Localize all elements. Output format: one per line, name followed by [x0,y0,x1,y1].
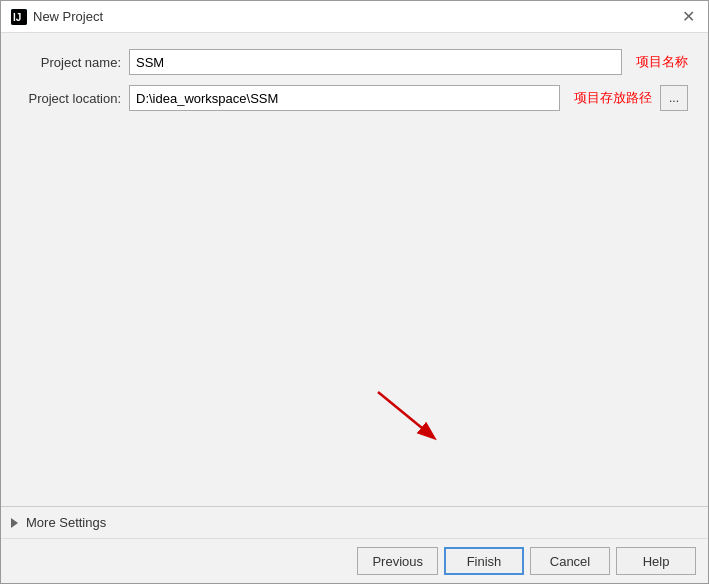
project-location-annotation: 项目存放路径 [574,89,652,107]
project-name-input[interactable] [129,49,622,75]
new-project-dialog: IJ New Project ✕ Project name: 项目名称 Proj… [0,0,709,584]
project-location-input[interactable] [129,85,560,111]
arrow-annotation [368,387,448,450]
title-bar: IJ New Project ✕ [1,1,708,33]
bottom-section: More Settings Previous Finish Cancel Hel… [1,506,708,583]
app-icon: IJ [11,9,27,25]
more-settings-toggle[interactable]: More Settings [1,507,708,538]
previous-button[interactable]: Previous [357,547,438,575]
project-name-annotation: 项目名称 [636,53,688,71]
content-area: Project name: 项目名称 Project location: 项目存… [1,33,708,506]
more-settings-label: More Settings [26,515,106,530]
cancel-button[interactable]: Cancel [530,547,610,575]
main-area [21,121,688,490]
close-button[interactable]: ✕ [678,7,698,27]
title-bar-left: IJ New Project [11,9,103,25]
button-bar: Previous Finish Cancel Help [1,538,708,583]
project-location-row: Project location: 项目存放路径 ... [21,85,688,111]
svg-text:IJ: IJ [13,12,21,23]
dialog-title: New Project [33,9,103,24]
project-location-label: Project location: [21,91,121,106]
finish-button[interactable]: Finish [444,547,524,575]
project-name-label: Project name: [21,55,121,70]
expand-icon [11,518,18,528]
svg-line-3 [378,392,433,437]
project-name-row: Project name: 项目名称 [21,49,688,75]
help-button[interactable]: Help [616,547,696,575]
browse-button[interactable]: ... [660,85,688,111]
